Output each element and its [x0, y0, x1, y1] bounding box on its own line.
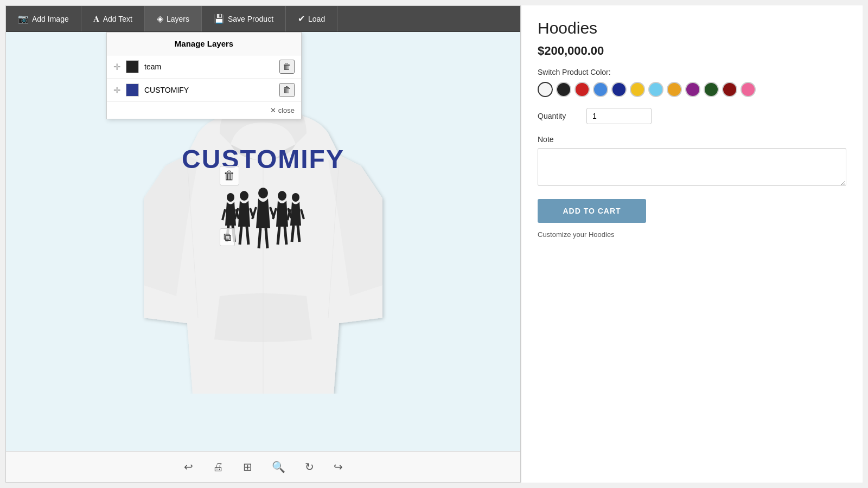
- customize-text: Customize your Hoodies: [538, 230, 846, 239]
- layer-swatch-2: [126, 84, 139, 97]
- svg-line-27: [298, 226, 299, 242]
- layers-panel-footer: ✕ close: [107, 102, 301, 119]
- text-icon: 𝐀: [93, 14, 100, 24]
- color-swatch-white[interactable]: [538, 82, 553, 97]
- print-button[interactable]: 🖨: [208, 459, 228, 476]
- layer-row-1: ✛ team 🗑: [107, 55, 301, 79]
- quantity-row: Quantity: [538, 108, 846, 124]
- quantity-input[interactable]: [586, 108, 652, 124]
- close-label: close: [278, 106, 295, 114]
- add-image-button[interactable]: 📷 Add Image: [6, 6, 81, 31]
- svg-point-13: [258, 188, 268, 198]
- svg-line-26: [292, 226, 293, 242]
- layer-delete-2[interactable]: 🗑: [279, 83, 295, 97]
- color-swatch-purple[interactable]: [685, 82, 700, 97]
- load-icon: ✔: [298, 14, 305, 24]
- svg-line-4: [222, 209, 225, 220]
- refresh-button[interactable]: ↻: [301, 458, 318, 476]
- switch-color-label: Switch Product Color:: [538, 68, 846, 76]
- bottom-toolbar: ↩ 🖨 ⊞ 🔍 ↻ ↪: [6, 451, 520, 482]
- color-swatch-dark-blue[interactable]: [611, 82, 627, 97]
- layer-delete-1[interactable]: 🗑: [279, 60, 295, 74]
- svg-line-22: [285, 227, 286, 245]
- layer-swatch-1: [126, 60, 139, 73]
- layers-panel: Manage Layers ✛ team 🗑 ✛ CUSTOMIFY 🗑 ✕: [106, 32, 302, 119]
- load-label: Load: [308, 15, 325, 23]
- zoom-button[interactable]: 🔍: [267, 458, 290, 476]
- svg-line-11: [240, 227, 241, 245]
- color-swatch-pink[interactable]: [741, 82, 756, 97]
- redo-button[interactable]: ↪: [329, 458, 347, 476]
- main-toolbar: 📷 Add Image 𝐀 Add Text ◈ Layers 💾 Save P…: [6, 6, 520, 32]
- layer-row-2: ✛ CUSTOMIFY 🗑: [107, 79, 301, 102]
- camera-icon: 📷: [18, 14, 29, 24]
- add-to-cart-button[interactable]: ADD TO CART: [538, 199, 646, 223]
- grid-button[interactable]: ⊞: [239, 458, 257, 476]
- color-swatch-blue[interactable]: [593, 82, 608, 97]
- layers-panel-title: Manage Layers: [107, 33, 301, 55]
- hoodie-area: CUSTOMIFY: [100, 79, 426, 404]
- svg-line-21: [278, 227, 279, 245]
- save-product-button[interactable]: 💾 Save Product: [202, 6, 286, 31]
- layer-name-2: CUSTOMIFY: [144, 86, 274, 94]
- svg-line-12: [247, 227, 248, 245]
- drag-handle-2[interactable]: ✛: [113, 85, 120, 95]
- drag-handle-1[interactable]: ✛: [113, 62, 120, 72]
- canvas-container: Manage Layers ✛ team 🗑 ✛ CUSTOMIFY 🗑 ✕: [6, 32, 520, 451]
- color-swatch-light-blue[interactable]: [648, 82, 663, 97]
- svg-point-18: [278, 191, 286, 201]
- svg-point-8: [240, 191, 248, 201]
- product-price: $200,000.00: [538, 44, 846, 58]
- canvas-delete-icon[interactable]: 🗑: [220, 166, 239, 185]
- add-text-button[interactable]: 𝐀 Add Text: [81, 6, 145, 31]
- right-sidebar: Hoodies $200,000.00 Switch Product Color…: [521, 5, 863, 483]
- canvas-copy-icon[interactable]: ⧉: [220, 228, 235, 246]
- layers-icon: ◈: [157, 14, 163, 24]
- close-x-icon: ✕: [270, 106, 276, 114]
- color-swatch-yellow[interactable]: [630, 82, 645, 97]
- quantity-label: Quantity: [538, 112, 576, 120]
- editor-area: 📷 Add Image 𝐀 Add Text ◈ Layers 💾 Save P…: [5, 5, 521, 483]
- layers-label: Layers: [167, 15, 189, 23]
- undo-button[interactable]: ↩: [180, 458, 197, 476]
- svg-point-3: [227, 193, 234, 202]
- layers-button[interactable]: ◈ Layers: [145, 6, 202, 31]
- add-image-label: Add Image: [32, 15, 69, 23]
- color-swatch-black[interactable]: [556, 82, 571, 97]
- product-title: Hoodies: [538, 19, 846, 37]
- svg-line-25: [301, 209, 304, 219]
- load-button[interactable]: ✔ Load: [286, 6, 337, 31]
- layers-close-button[interactable]: ✕ close: [270, 106, 295, 114]
- note-textarea[interactable]: [538, 148, 846, 186]
- svg-line-16: [259, 228, 260, 248]
- color-swatch-red[interactable]: [575, 82, 590, 97]
- save-product-label: Save Product: [228, 15, 273, 23]
- add-text-label: Add Text: [103, 15, 132, 23]
- svg-point-23: [292, 193, 299, 202]
- color-swatch-dark-green[interactable]: [704, 82, 719, 97]
- note-label: Note: [538, 135, 846, 144]
- layer-name-1: team: [144, 62, 274, 71]
- color-swatch-dark-red[interactable]: [722, 82, 737, 97]
- color-swatches: [538, 82, 846, 97]
- save-icon: 💾: [214, 14, 225, 24]
- svg-line-17: [266, 228, 267, 248]
- color-swatch-orange[interactable]: [667, 82, 682, 97]
